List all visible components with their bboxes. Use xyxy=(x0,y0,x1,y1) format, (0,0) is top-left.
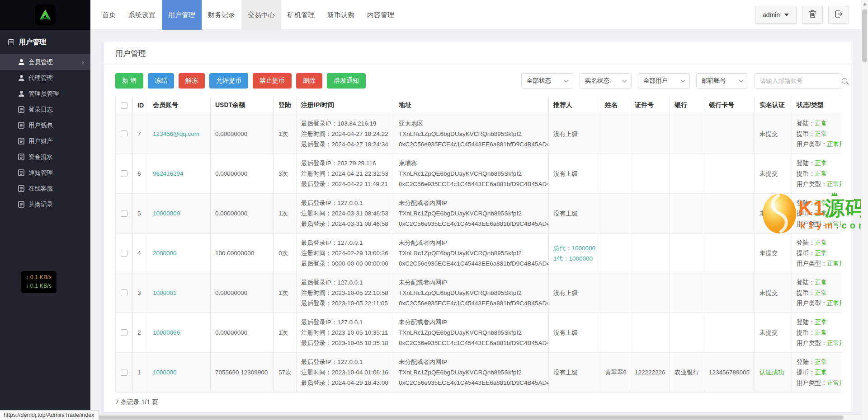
account-link[interactable]: 2000000 xyxy=(153,250,177,257)
cell-usdt: 0.00000000 xyxy=(211,313,274,353)
horizontal-scrollbar[interactable] xyxy=(90,414,861,420)
download-speed: 0.1 KB/s xyxy=(30,283,52,289)
cell-ip-time: 最后登录IP：127.0.0.1注册时间：2023-10-05 22:10:58… xyxy=(297,273,394,313)
account-link[interactable]: 1000000 xyxy=(153,369,177,376)
row-checkbox[interactable] xyxy=(121,170,127,177)
cell-usdt: 7055690.12309900 xyxy=(211,353,274,392)
cell-address: 未分配或者内网IPTXnLRc1ZpQE6bgDUayKVCRQnb895Skf… xyxy=(394,273,549,313)
nav-tab-财务记录[interactable]: 财务记录 xyxy=(202,0,241,30)
sidebar-item-会员管理[interactable]: 会员管理› xyxy=(0,54,90,70)
sidebar-item-在线客服[interactable]: 在线客服 xyxy=(0,181,90,196)
admin-dropdown-button[interactable]: admin xyxy=(755,6,797,24)
horizontal-scroll-thumb[interactable] xyxy=(98,415,844,420)
cell-logins: 3次 xyxy=(274,154,297,194)
row-checkbox[interactable] xyxy=(121,250,127,257)
search-input[interactable] xyxy=(755,78,842,84)
nav-tab-矿机管理[interactable]: 矿机管理 xyxy=(281,0,321,30)
cell-ip-time: 最后登录IP：202.79.29.116注册时间：2024-04-21 22:3… xyxy=(297,154,394,194)
user-icon xyxy=(18,75,25,81)
account-link[interactable]: 1000001 xyxy=(153,289,177,296)
filter-select-全部用户[interactable]: 全部用户 xyxy=(638,73,690,89)
column-header-地址: 地址 xyxy=(394,96,549,114)
logout-button[interactable] xyxy=(828,6,849,24)
cell-ip-time: 最后登录IP：127.0.0.1注册时间：2023-10-04 01:06:16… xyxy=(297,353,394,392)
action-button-新增[interactable]: 新 增 xyxy=(115,73,143,89)
scroll-up-arrow-icon[interactable] xyxy=(863,3,867,5)
cell-referrer: 没有上级 xyxy=(549,273,600,313)
page-title: 用户管理 xyxy=(104,42,853,65)
cell-bank-card xyxy=(704,194,755,233)
nav-tab-内容管理[interactable]: 内容管理 xyxy=(361,0,401,30)
nav-tab-系统设置[interactable]: 系统设置 xyxy=(122,0,162,30)
account-link[interactable]: 10000009 xyxy=(153,210,180,217)
account-link[interactable]: 123456@qq.com xyxy=(153,131,199,137)
sidebar-item-用户钱包[interactable]: 用户钱包 xyxy=(0,117,90,133)
action-button-允许提币[interactable]: 允许提币 xyxy=(209,73,248,89)
cell-status: 登陆：正常提币：正常用户类型：正常用户 xyxy=(792,353,842,392)
user-management-panel: 用户管理 新 增冻结解冻允许提币禁止提币删除群发通知 全部状态实名状态全部用户邮… xyxy=(104,42,853,412)
cell-kyc: 未提交 xyxy=(755,114,792,154)
action-button-禁止提币[interactable]: 禁止提币 xyxy=(253,73,292,89)
search-icon[interactable] xyxy=(842,78,847,84)
clear-cache-button[interactable] xyxy=(802,6,823,24)
sidebar-item-登录日志[interactable]: 登录日志 xyxy=(0,102,90,117)
cell-logins: 0次 xyxy=(274,233,297,273)
cell-name xyxy=(600,273,630,313)
table-row: 110000007055690.1230990057次最后登录IP：127.0.… xyxy=(116,353,842,392)
action-button-解冻[interactable]: 解冻 xyxy=(179,73,205,89)
cell-account: 1000000 xyxy=(148,353,211,392)
sidebar-item-用户财产[interactable]: 用户财产 xyxy=(0,133,90,149)
vertical-scroll-thumb[interactable] xyxy=(862,9,867,62)
row-checkbox[interactable] xyxy=(121,329,127,336)
chevron-right-icon: › xyxy=(82,58,84,66)
cell-address: 未分配或者内网IPTXnLRc1ZpQE6bgDUayKVCRQnb895Skf… xyxy=(394,313,549,353)
app-logo-icon[interactable] xyxy=(35,5,56,25)
select-all-checkbox[interactable] xyxy=(121,102,127,109)
cell-id: 1 xyxy=(133,353,148,392)
vertical-scrollbar[interactable] xyxy=(861,0,868,420)
action-button-删除[interactable]: 删除 xyxy=(296,73,322,89)
cell-id: 5 xyxy=(133,194,148,233)
cell-bank-card xyxy=(704,233,755,273)
nav-tab-交易中心[interactable]: 交易中心 xyxy=(241,0,281,30)
toolbar: 新 增冻结解冻允许提币禁止提币删除群发通知 全部状态实名状态全部用户邮箱账号 xyxy=(104,65,853,89)
cell-bank-card xyxy=(704,114,755,154)
filter-select-全部状态[interactable]: 全部状态 xyxy=(521,73,573,89)
row-checkbox[interactable] xyxy=(121,210,127,217)
chevron-down-icon xyxy=(623,78,627,82)
doc-icon xyxy=(18,185,25,192)
cell-cert xyxy=(630,233,670,273)
cell-address: 未分配或者内网IPTXnLRc1ZpQE6bgDUayKVCRQnb895Skf… xyxy=(394,233,549,273)
upload-arrow-icon: ↑ xyxy=(26,274,30,280)
cell-bank-card xyxy=(704,154,755,194)
cell-cert xyxy=(630,273,670,313)
row-checkbox[interactable] xyxy=(121,289,127,296)
trash-icon xyxy=(809,10,816,20)
doc-icon xyxy=(18,169,25,176)
cell-usdt: 0.00000000 xyxy=(211,154,274,194)
sidebar-item-label: 管理员管理 xyxy=(28,90,59,98)
sidebar-item-管理员管理[interactable]: 管理员管理 xyxy=(0,86,90,102)
column-header-银行: 银行 xyxy=(670,96,704,114)
sidebar-item-资金流水[interactable]: 资金流水 xyxy=(0,149,90,165)
nav-tab-首页[interactable]: 首页 xyxy=(96,0,122,30)
sidebar-section-header[interactable]: 用户管理 xyxy=(0,33,90,51)
cell-cert xyxy=(630,154,670,194)
action-button-群发通知[interactable]: 群发通知 xyxy=(327,73,366,89)
filter-select-邮箱账号[interactable]: 邮箱账号 xyxy=(696,73,748,89)
action-button-冻结[interactable]: 冻结 xyxy=(148,73,174,89)
nav-tab-新币认购[interactable]: 新币认购 xyxy=(321,0,361,30)
column-header-姓名: 姓名 xyxy=(600,96,630,114)
row-checkbox[interactable] xyxy=(121,369,127,376)
row-checkbox[interactable] xyxy=(121,131,127,137)
nav-tab-用户管理[interactable]: 用户管理 xyxy=(162,0,202,30)
user-icon xyxy=(18,59,25,65)
download-arrow-icon: ↓ xyxy=(26,283,30,289)
sidebar-item-兑换记录[interactable]: 兑换记录 xyxy=(0,196,90,212)
account-link[interactable]: 10000066 xyxy=(153,329,180,336)
filter-select-实名状态[interactable]: 实名状态 xyxy=(580,73,632,89)
sidebar-item-通知管理[interactable]: 通知管理 xyxy=(0,165,90,181)
sidebar-item-代理管理[interactable]: 代理管理 xyxy=(0,70,90,86)
account-link[interactable]: 962416294 xyxy=(153,170,184,177)
cell-id: 4 xyxy=(133,233,148,273)
